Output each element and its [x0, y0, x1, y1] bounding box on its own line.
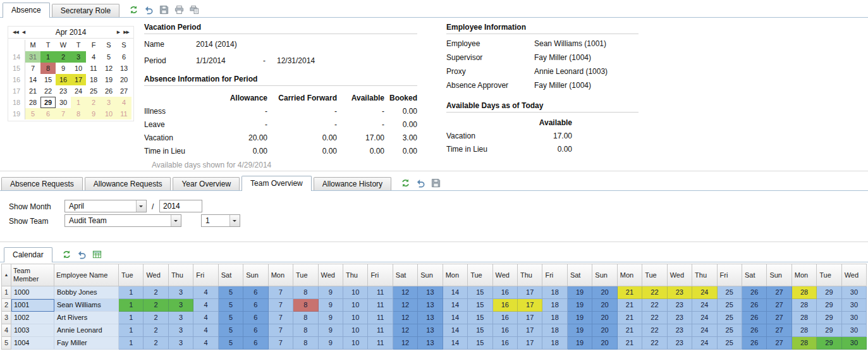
- day-cell[interactable]: 13: [418, 299, 443, 312]
- day-cell[interactable]: 13: [418, 286, 443, 299]
- calendar-day[interactable]: 9: [86, 108, 101, 119]
- day-cell[interactable]: 25: [718, 324, 742, 337]
- calendar-day[interactable]: 25: [86, 85, 101, 97]
- day-cell[interactable]: 1: [119, 324, 144, 337]
- day-cell[interactable]: 1: [119, 299, 144, 312]
- employee-name-cell[interactable]: Annie Leonard: [54, 324, 119, 337]
- calendar-day[interactable]: 15: [40, 74, 56, 85]
- day-cell[interactable]: 4: [193, 324, 218, 337]
- day-cell[interactable]: 3: [169, 337, 193, 350]
- day-cell[interactable]: 26: [742, 337, 767, 350]
- calendar-day[interactable]: 30: [56, 97, 71, 108]
- undo-icon[interactable]: [77, 250, 87, 259]
- day-cell[interactable]: 1: [119, 312, 144, 324]
- day-cell[interactable]: 16: [493, 299, 518, 312]
- day-cell[interactable]: 24: [692, 299, 717, 312]
- day-cell[interactable]: 9: [319, 324, 343, 337]
- day-cell[interactable]: 8: [293, 337, 318, 350]
- day-cell[interactable]: 8: [293, 324, 318, 337]
- day-cell[interactable]: 16: [493, 337, 518, 350]
- save-icon[interactable]: [159, 5, 169, 15]
- calendar-day[interactable]: 1: [71, 97, 86, 108]
- day-cell[interactable]: 22: [642, 337, 667, 350]
- calendar-day[interactable]: 11: [116, 108, 131, 119]
- day-cell[interactable]: 6: [243, 286, 268, 299]
- day-cell[interactable]: 30: [842, 312, 867, 324]
- day-cell[interactable]: 2: [144, 324, 168, 337]
- day-cell[interactable]: 1: [119, 286, 144, 299]
- day-cell[interactable]: 27: [767, 299, 792, 312]
- day-cell[interactable]: 5: [219, 299, 243, 312]
- day-cell[interactable]: 17: [518, 337, 542, 350]
- calendar-day[interactable]: 23: [56, 85, 71, 97]
- day-cell[interactable]: 26: [742, 312, 767, 324]
- day-cell[interactable]: 11: [368, 286, 393, 299]
- day-cell[interactable]: 10: [343, 299, 368, 312]
- day-cell[interactable]: 21: [618, 312, 642, 324]
- calendar-day[interactable]: 5: [101, 51, 116, 63]
- day-cell[interactable]: 8: [293, 299, 318, 312]
- day-cell[interactable]: 28: [792, 299, 817, 312]
- employee-name-cell[interactable]: Bobby Jones: [54, 286, 119, 299]
- print-icon[interactable]: [174, 5, 184, 15]
- employee-name-cell[interactable]: Art Rivers: [54, 312, 119, 324]
- day-cell[interactable]: 14: [443, 324, 468, 337]
- calendar-day[interactable]: 31: [25, 51, 40, 63]
- sort-ascending-indicator[interactable]: ▲: [2, 264, 11, 286]
- tab-calendar[interactable]: Calendar: [4, 247, 52, 262]
- day-cell[interactable]: 25: [718, 312, 742, 324]
- calendar-day[interactable]: 8: [71, 108, 86, 119]
- day-cell[interactable]: 19: [568, 312, 592, 324]
- day-cell[interactable]: 7: [269, 337, 293, 350]
- day-cell[interactable]: 18: [542, 337, 567, 350]
- day-cell[interactable]: 16: [493, 286, 518, 299]
- day-cell[interactable]: 2: [144, 312, 168, 324]
- day-cell[interactable]: 28: [792, 337, 817, 350]
- day-cell[interactable]: 4: [193, 299, 218, 312]
- calendar-prev-icon[interactable]: ◀: [20, 30, 27, 35]
- day-cell[interactable]: 7: [269, 324, 293, 337]
- day-cell[interactable]: 19: [568, 324, 592, 337]
- print-preview-icon[interactable]: [190, 5, 199, 15]
- day-cell[interactable]: 11: [368, 312, 393, 324]
- day-cell[interactable]: 16: [493, 312, 518, 324]
- day-cell[interactable]: 29: [817, 312, 841, 324]
- day-cell[interactable]: 21: [618, 299, 642, 312]
- calendar-last-icon[interactable]: ▶▶: [121, 30, 131, 35]
- day-cell[interactable]: 23: [668, 312, 692, 324]
- calendar-day[interactable]: 26: [101, 85, 116, 97]
- calendar-day[interactable]: 4: [116, 97, 131, 108]
- day-cell[interactable]: 22: [642, 286, 667, 299]
- calendar-day[interactable]: 27: [116, 85, 131, 97]
- day-cell[interactable]: 13: [418, 312, 443, 324]
- team-member-cell[interactable]: 1000: [11, 286, 54, 299]
- day-cell[interactable]: 27: [767, 337, 792, 350]
- day-cell[interactable]: 20: [592, 299, 617, 312]
- day-cell[interactable]: 17: [518, 299, 542, 312]
- day-cell[interactable]: 12: [393, 337, 418, 350]
- day-cell[interactable]: 10: [343, 312, 368, 324]
- tab-secretary-role[interactable]: Secretary Role: [52, 4, 119, 17]
- day-cell[interactable]: 22: [642, 324, 667, 337]
- day-cell[interactable]: 14: [443, 337, 468, 350]
- day-cell[interactable]: 15: [468, 299, 492, 312]
- day-cell[interactable]: 15: [468, 286, 492, 299]
- tab-absence-requests[interactable]: Absence Requests: [1, 177, 83, 190]
- calendar-day[interactable]: 24: [71, 85, 86, 97]
- day-cell[interactable]: 23: [668, 337, 692, 350]
- day-cell[interactable]: 6: [243, 299, 268, 312]
- day-cell[interactable]: 19: [568, 299, 592, 312]
- calendar-day[interactable]: 7: [56, 108, 71, 119]
- employee-name-cell[interactable]: Fay Miller: [54, 337, 119, 350]
- day-cell[interactable]: 17: [518, 286, 542, 299]
- calendar-day[interactable]: 16: [56, 74, 71, 85]
- day-cell[interactable]: 11: [368, 299, 393, 312]
- team-member-cell[interactable]: 1004: [11, 337, 54, 350]
- day-cell[interactable]: 27: [767, 286, 792, 299]
- tab-absence[interactable]: Absence: [3, 3, 50, 18]
- team-member-cell[interactable]: 1001: [11, 299, 54, 312]
- day-cell[interactable]: 21: [618, 324, 642, 337]
- calendar-day[interactable]: 7: [25, 63, 40, 74]
- undo-icon[interactable]: [144, 5, 154, 15]
- save-icon[interactable]: [431, 178, 441, 188]
